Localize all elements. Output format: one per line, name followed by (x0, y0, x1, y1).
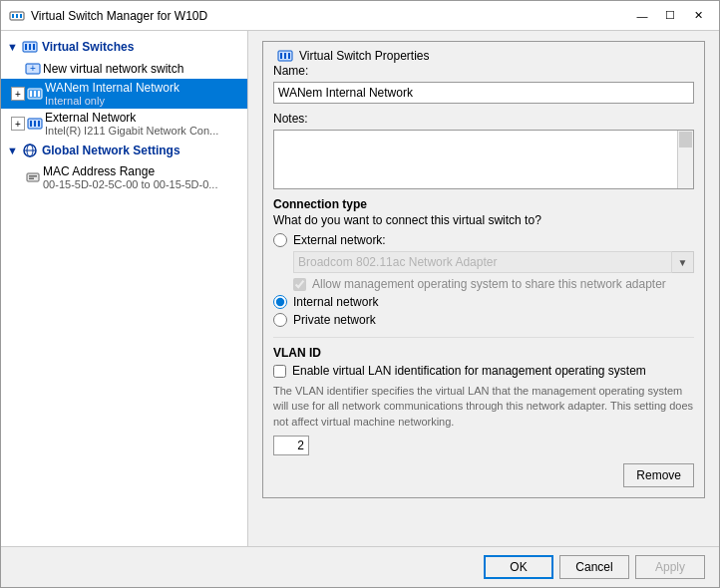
vlan-checkbox[interactable] (273, 365, 286, 378)
conn-type-label: Connection type (273, 197, 694, 211)
left-panel: ▼ Virtual Switches + New virtua (1, 31, 248, 546)
dropdown-arrow-icon: ▼ (672, 251, 694, 273)
title-bar-left: Virtual Switch Manager for W10D (9, 8, 207, 24)
connection-type-section: Connection type What do you want to conn… (273, 197, 694, 327)
name-input[interactable] (273, 82, 694, 104)
external-text-group: External Network Intel(R) I211 Gigabit N… (45, 111, 218, 137)
internal-radio-label: Internal network (293, 295, 378, 309)
svg-rect-16 (34, 121, 36, 127)
virtual-switches-header[interactable]: ▼ Virtual Switches (1, 35, 247, 59)
svg-rect-21 (27, 173, 39, 181)
remove-button[interactable]: Remove (623, 463, 694, 487)
mac-icon (25, 169, 41, 185)
adapter-dropdown-wrapper: Broadcom 802.11ac Network Adapter ▼ (293, 251, 694, 273)
mgmt-checkbox[interactable] (293, 278, 306, 291)
private-radio-label: Private network (293, 313, 376, 327)
vlan-input[interactable] (273, 436, 309, 455)
virtual-switches-arrow: ▼ (7, 41, 18, 53)
external-network-item-group: + External Network Intel(R) I211 Gigabit… (1, 109, 247, 139)
main-content: ▼ Virtual Switches + New virtua (1, 31, 719, 546)
mgmt-checkbox-label: Allow management operating system to sha… (312, 277, 666, 291)
global-network-icon (22, 143, 38, 158)
wanem-name: WANem Internal Network (45, 81, 180, 95)
svg-rect-12 (34, 91, 36, 97)
cancel-button[interactable]: Cancel (559, 555, 629, 579)
new-virtual-switch-item[interactable]: + New virtual network switch (1, 59, 247, 79)
svg-rect-13 (38, 91, 40, 97)
external-sublabel: Intel(R) I211 Gigabit Network Con... (45, 125, 218, 137)
virtual-switches-section: ▼ Virtual Switches + New virtua (1, 35, 247, 139)
external-network-icon (27, 116, 43, 132)
svg-text:+: + (30, 63, 36, 74)
external-radio[interactable] (273, 233, 287, 247)
properties-icon (277, 48, 293, 64)
maximize-button[interactable]: ☐ (657, 6, 683, 26)
ok-button[interactable]: OK (484, 555, 553, 579)
svg-rect-15 (30, 121, 32, 127)
apply-button[interactable]: Apply (635, 555, 705, 579)
mac-address-item[interactable]: MAC Address Range 00-15-5D-02-5C-00 to 0… (1, 162, 247, 192)
global-network-section: ▼ Global Network Settings (1, 139, 247, 192)
new-switch-label: New virtual network switch (43, 62, 183, 76)
vlan-title: VLAN ID (273, 346, 694, 360)
svg-rect-2 (16, 14, 18, 18)
virtual-switches-label: Virtual Switches (42, 40, 134, 54)
window-controls: — ☐ ✕ (629, 6, 711, 26)
properties-group: Virtual Switch Properties Name: Notes: (262, 41, 705, 498)
svg-rect-6 (29, 44, 31, 50)
main-window: Virtual Switch Manager for W10D — ☐ ✕ ▼ (0, 0, 720, 588)
window-icon (9, 8, 25, 24)
properties-legend: Virtual Switch Properties (273, 48, 694, 64)
conn-type-sublabel: What do you want to connect this virtual… (273, 213, 694, 227)
name-field-group: Name: (273, 64, 694, 104)
minimize-button[interactable]: — (629, 6, 655, 26)
vlan-description: The VLAN identifier specifies the virtua… (273, 384, 694, 430)
svg-rect-22 (29, 175, 37, 177)
svg-rect-17 (38, 121, 40, 127)
svg-rect-5 (25, 44, 27, 50)
internal-radio-row: Internal network (273, 295, 694, 309)
svg-rect-3 (20, 14, 22, 18)
wanem-sublabel: Internal only (45, 95, 180, 107)
svg-rect-23 (29, 178, 34, 180)
global-network-header[interactable]: ▼ Global Network Settings (1, 139, 247, 162)
mac-text-group: MAC Address Range 00-15-5D-02-5C-00 to 0… (43, 164, 217, 190)
title-bar: Virtual Switch Manager for W10D — ☐ ✕ (1, 1, 719, 31)
bottom-bar: OK Cancel Apply (1, 546, 719, 587)
external-radio-label: External network: (293, 233, 386, 247)
wanem-item-group: + WANem Internal Network Internal only (1, 79, 247, 109)
private-radio[interactable] (273, 313, 287, 327)
wanem-text-group: WANem Internal Network Internal only (45, 81, 180, 107)
properties-title: Virtual Switch Properties (299, 49, 430, 63)
adapter-dropdown[interactable]: Broadcom 802.11ac Network Adapter (293, 251, 672, 273)
notes-label: Notes: (273, 112, 694, 126)
name-label: Name: (273, 64, 694, 78)
mac-name: MAC Address Range (43, 164, 217, 178)
notes-scrollbar[interactable] (677, 131, 693, 188)
internal-radio[interactable] (273, 295, 287, 309)
notes-wrapper (273, 130, 694, 189)
new-switch-icon: + (25, 61, 41, 77)
right-panel: Virtual Switch Properties Name: Notes: (248, 31, 719, 546)
wanem-item[interactable]: + WANem Internal Network Internal only (1, 79, 247, 109)
window-title: Virtual Switch Manager for W10D (31, 9, 207, 23)
remove-btn-row: Remove (273, 463, 694, 487)
external-expand-btn[interactable]: + (11, 117, 25, 131)
external-name: External Network (45, 111, 218, 125)
svg-rect-27 (288, 53, 290, 59)
mgmt-checkbox-row: Allow management operating system to sha… (293, 277, 694, 291)
notes-input[interactable] (274, 131, 693, 188)
svg-rect-1 (12, 14, 14, 18)
notes-field-group: Notes: (273, 112, 694, 189)
svg-rect-25 (280, 53, 282, 59)
wanem-expand-btn[interactable]: + (11, 87, 25, 101)
vlan-section: VLAN ID Enable virtual LAN identificatio… (273, 337, 694, 455)
close-button[interactable]: ✕ (685, 6, 711, 26)
mac-sublabel: 00-15-5D-02-5C-00 to 00-15-5D-0... (43, 178, 217, 190)
vlan-checkbox-label: Enable virtual LAN identification for ma… (292, 364, 646, 378)
external-radio-row: External network: (273, 233, 694, 247)
global-network-label: Global Network Settings (42, 144, 180, 157)
wanem-icon (27, 86, 43, 102)
svg-rect-7 (33, 44, 35, 50)
external-network-item[interactable]: + External Network Intel(R) I211 Gigabit… (1, 109, 247, 139)
